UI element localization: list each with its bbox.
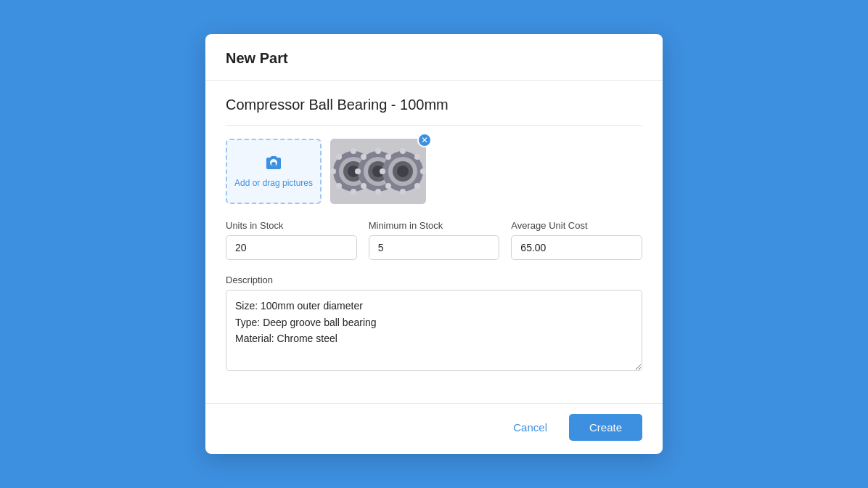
minimum-in-stock-group: Minimum in Stock	[369, 220, 500, 260]
modal-body: Compressor Ball Bearing - 100mm Add or d…	[205, 81, 663, 403]
upload-label: Add or drag pictures	[234, 178, 313, 188]
svg-point-30	[400, 148, 406, 154]
svg-point-35	[385, 183, 391, 189]
svg-point-22	[375, 189, 381, 195]
thumbnail-wrapper: ✕	[330, 139, 426, 204]
svg-point-0	[271, 162, 276, 166]
svg-point-36	[380, 168, 385, 174]
remove-image-button[interactable]: ✕	[417, 133, 432, 147]
svg-point-24	[355, 168, 361, 174]
minimum-in-stock-label: Minimum in Stock	[369, 220, 500, 231]
svg-point-18	[375, 148, 381, 154]
units-in-stock-group: Units in Stock	[226, 220, 357, 260]
svg-point-37	[385, 154, 391, 160]
svg-point-23	[361, 183, 367, 189]
svg-point-32	[420, 168, 426, 174]
svg-point-6	[351, 148, 356, 154]
svg-point-11	[336, 183, 342, 189]
average-unit-cost-input[interactable]	[511, 235, 642, 260]
image-thumbnail	[330, 139, 426, 204]
modal-title: New Part	[226, 50, 642, 67]
svg-point-34	[400, 189, 406, 195]
camera-icon	[265, 155, 282, 174]
svg-point-12	[330, 168, 336, 174]
modal-header: New Part	[205, 34, 663, 81]
svg-point-13	[336, 154, 342, 160]
minimum-in-stock-input[interactable]	[369, 235, 500, 260]
svg-point-10	[351, 189, 356, 195]
description-textarea[interactable]	[226, 290, 642, 371]
average-unit-cost-group: Average Unit Cost	[511, 220, 642, 260]
svg-point-31	[414, 154, 420, 160]
modal-footer: Cancel Create	[205, 403, 663, 454]
fields-row: Units in Stock Minimum in Stock Average …	[226, 220, 642, 260]
images-row: Add or drag pictures	[226, 139, 642, 204]
image-upload-area[interactable]: Add or drag pictures	[226, 139, 322, 204]
units-in-stock-label: Units in Stock	[226, 220, 357, 231]
create-button[interactable]: Create	[569, 414, 642, 441]
svg-point-33	[414, 183, 420, 189]
svg-point-25	[361, 154, 367, 160]
new-part-modal: New Part Compressor Ball Bearing - 100mm…	[205, 34, 663, 454]
average-unit-cost-label: Average Unit Cost	[511, 220, 642, 231]
units-in-stock-input[interactable]	[226, 235, 357, 260]
svg-point-29	[397, 166, 409, 177]
part-name: Compressor Ball Bearing - 100mm	[226, 97, 642, 126]
description-label: Description	[226, 274, 642, 285]
cancel-button[interactable]: Cancel	[501, 414, 559, 441]
description-section: Description	[226, 274, 642, 374]
